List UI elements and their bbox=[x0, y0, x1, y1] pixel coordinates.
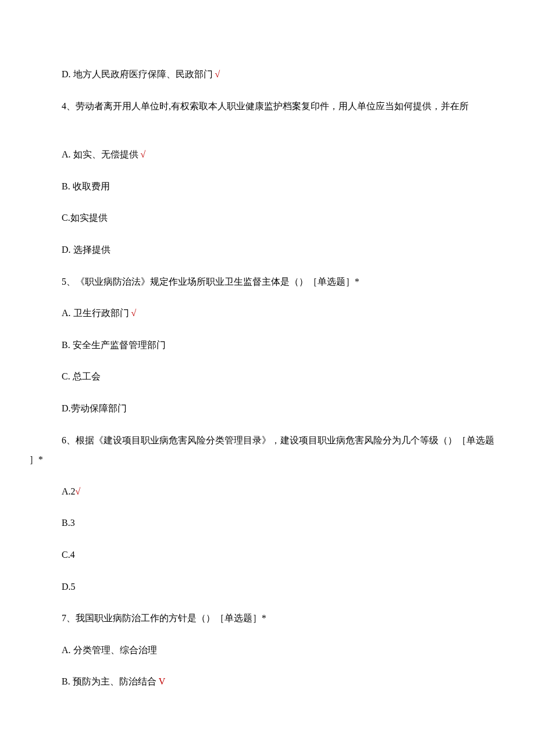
q6-option-b-text: B.3 bbox=[62, 518, 75, 528]
correct-mark-icon: √ bbox=[141, 149, 146, 159]
q7-option-a-text: A. 分类管理、综合治理 bbox=[62, 645, 157, 655]
q4-option-d-text: D. 选择提供 bbox=[62, 245, 110, 255]
q6-option-c: C.4 bbox=[29, 547, 506, 562]
q5-option-c: C. 总工会 bbox=[29, 369, 506, 384]
q4-option-d: D. 选择提供 bbox=[29, 242, 506, 257]
q3-option-d: D. 地方人民政府医疗保障、民政部门 √ bbox=[29, 67, 506, 82]
q5-option-d: D.劳动保障部门 bbox=[29, 401, 506, 416]
q6-option-d-text: D.5 bbox=[62, 582, 76, 592]
q6-option-a: A.2√ bbox=[29, 484, 506, 499]
q5-option-c-text: C. 总工会 bbox=[62, 371, 101, 381]
q5-option-b: B. 安全生产监督管理部门 bbox=[29, 338, 506, 353]
q4-option-c: C.如实提供 bbox=[29, 210, 506, 225]
q6-stem-line2-text: ］* bbox=[29, 454, 43, 464]
q4-option-a-text: A. 如实、无偿提供 bbox=[62, 149, 138, 159]
q6-option-b: B.3 bbox=[29, 515, 506, 531]
q4-option-b-text: B. 收取费用 bbox=[62, 181, 110, 191]
q4-stem: 4、劳动者离开用人单位时,有权索取本人职业健康监护档案复印件，用人单位应当如何提… bbox=[29, 99, 506, 114]
correct-mark-icon: V bbox=[159, 676, 166, 686]
q5-option-a: A. 卫生行政部门 √ bbox=[29, 306, 506, 321]
q7-stem: 7、我国职业病防治工作的方针是（）［单选题］* bbox=[29, 611, 506, 626]
correct-mark-icon: √ bbox=[76, 486, 81, 496]
q4-option-a: A. 如实、无偿提供 √ bbox=[29, 147, 506, 162]
q5-option-b-text: B. 安全生产监督管理部门 bbox=[62, 340, 166, 350]
q7-option-b-text: B. 预防为主、防治结合 bbox=[62, 676, 156, 686]
q6-stem-line2: ］* bbox=[29, 452, 506, 467]
q6-option-d: D.5 bbox=[29, 579, 506, 594]
q3-option-d-text: D. 地方人民政府医疗保障、民政部门 bbox=[62, 69, 213, 79]
q7-option-a: A. 分类管理、综合治理 bbox=[29, 643, 506, 658]
q6-stem-line1-text: 6、根据《建设项目职业病危害风险分类管理目录》，建设项目职业病危害风险分为几个等… bbox=[62, 435, 494, 445]
q4-option-b: B. 收取费用 bbox=[29, 179, 506, 194]
q5-stem-text: 5、《职业病防治法》规定作业场所职业卫生监督主体是（）［单选题］* bbox=[62, 277, 359, 286]
correct-mark-icon: √ bbox=[131, 308, 137, 318]
q7-option-b: B. 预防为主、防治结合 V bbox=[29, 674, 506, 689]
correct-mark-icon: √ bbox=[215, 69, 220, 79]
q7-stem-text: 7、我国职业病防治工作的方针是（）［单选题］* bbox=[62, 613, 266, 623]
q5-stem: 5、《职业病防治法》规定作业场所职业卫生监督主体是（）［单选题］* bbox=[29, 274, 506, 289]
q4-option-c-text: C.如实提供 bbox=[62, 213, 108, 223]
q6-stem-line1: 6、根据《建设项目职业病危害风险分类管理目录》，建设项目职业病危害风险分为几个等… bbox=[29, 433, 506, 448]
q5-option-d-text: D.劳动保障部门 bbox=[62, 403, 127, 413]
q6-option-a-text: A.2 bbox=[62, 486, 76, 496]
q6-option-c-text: C.4 bbox=[62, 550, 75, 560]
q4-stem-text: 4、劳动者离开用人单位时,有权索取本人职业健康监护档案复印件，用人单位应当如何提… bbox=[62, 101, 469, 111]
q5-option-a-text: A. 卫生行政部门 bbox=[62, 308, 129, 318]
